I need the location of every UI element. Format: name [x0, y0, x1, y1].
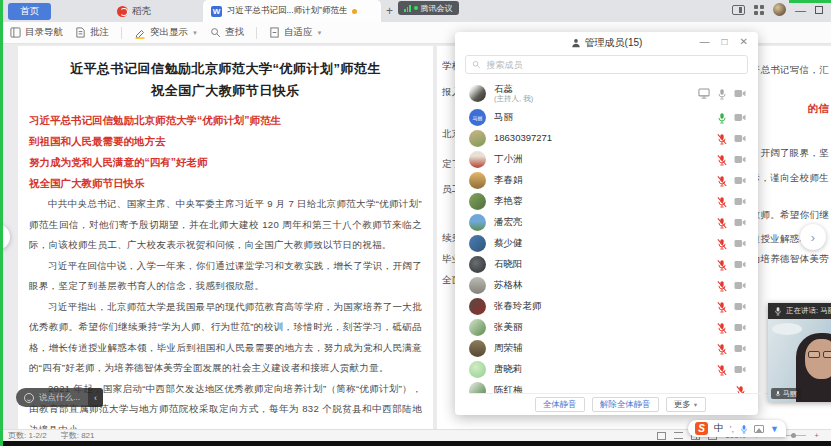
- mic-icon[interactable]: [736, 385, 746, 394]
- panel-minimize-button[interactable]: —: [700, 36, 710, 47]
- member-panel-header[interactable]: 管理成员(15) — □ ✕: [455, 32, 758, 49]
- camera-icon[interactable]: [734, 113, 746, 122]
- account-avatar[interactable]: [773, 3, 786, 16]
- minimize-button[interactable]: —: [795, 5, 806, 15]
- member-row[interactable]: 蔡少健: [455, 233, 758, 254]
- fit-page-icon: [269, 27, 280, 38]
- more-button[interactable]: 更多▼: [666, 397, 706, 412]
- member-row[interactable]: 石蕊 (主持人, 我): [455, 80, 758, 107]
- toc-icon: [10, 27, 21, 38]
- mic-icon[interactable]: [717, 343, 727, 355]
- mic-icon[interactable]: [717, 280, 727, 292]
- skin-icon[interactable]: ▼: [770, 424, 779, 434]
- member-row[interactable]: 丁小洲: [455, 149, 758, 170]
- annotate-button[interactable]: 批注: [75, 26, 109, 39]
- mic-icon[interactable]: [717, 133, 727, 145]
- member-name: 张美丽: [494, 322, 717, 332]
- member-row[interactable]: 苏格林: [455, 275, 758, 296]
- member-row[interactable]: 李艳蓉: [455, 191, 758, 212]
- restore-button[interactable]: [815, 6, 823, 14]
- member-name: 18630397271: [494, 133, 717, 143]
- toc-nav-label: 目录导航: [25, 26, 63, 39]
- camera-icon[interactable]: [734, 344, 746, 353]
- punctuation-mode[interactable]: ’,: [730, 424, 735, 434]
- member-search-input[interactable]: [485, 59, 741, 71]
- camera-icon[interactable]: [734, 176, 746, 185]
- avatar: [469, 193, 486, 210]
- mic-icon[interactable]: [717, 196, 727, 208]
- find-button[interactable]: 查找: [210, 26, 244, 39]
- member-row[interactable]: 唐晓莉: [455, 359, 758, 380]
- apps-grid-icon[interactable]: [754, 5, 764, 15]
- mic-icon[interactable]: [717, 364, 727, 376]
- read-mode-icon[interactable]: [657, 432, 666, 440]
- tab-docer[interactable]: 稻壳: [109, 3, 159, 20]
- tab-home[interactable]: 首页: [8, 3, 51, 20]
- new-tab-button[interactable]: +: [386, 4, 393, 18]
- camera-icon[interactable]: [734, 134, 746, 143]
- panel-maximize-button[interactable]: □: [722, 36, 728, 47]
- sogou-logo-icon[interactable]: S: [695, 422, 708, 435]
- mic-icon[interactable]: [717, 238, 727, 250]
- mute-all-button[interactable]: 全体静音: [535, 397, 585, 412]
- mic-icon[interactable]: [717, 322, 727, 334]
- toc-nav-button[interactable]: 目录导航: [10, 26, 63, 39]
- tab-docer-label: 稻壳: [132, 5, 151, 18]
- member-search-box[interactable]: [465, 55, 748, 74]
- layout-icon[interactable]: [732, 5, 745, 15]
- panel-close-button[interactable]: ✕: [740, 36, 748, 47]
- camera-icon[interactable]: [734, 197, 746, 206]
- zoom-in-button[interactable]: +: [814, 431, 819, 440]
- chevron-down-icon: ▼: [316, 30, 322, 36]
- chevron-down-icon: ▼: [693, 402, 698, 408]
- unmute-all-button[interactable]: 解除全体静音: [592, 397, 659, 412]
- camera-icon[interactable]: [734, 281, 746, 290]
- next-page-button[interactable]: ›: [800, 224, 826, 250]
- camera-icon[interactable]: [734, 323, 746, 332]
- highlight-label: 突出显示: [150, 26, 188, 39]
- member-row[interactable]: 张春玲老师: [455, 296, 758, 317]
- camera-icon[interactable]: [734, 218, 746, 227]
- camera-icon[interactable]: [734, 155, 746, 164]
- member-name: 陈红梅: [494, 385, 736, 393]
- outline-view-icon[interactable]: [674, 432, 683, 439]
- member-row[interactable]: 马丽 马丽: [455, 107, 758, 128]
- member-row[interactable]: 18630397271: [455, 128, 758, 149]
- mic-icon[interactable]: [717, 217, 727, 229]
- camera-icon[interactable]: [734, 365, 746, 374]
- video-widget[interactable]: 正在讲话: 马丽 马丽: [768, 303, 831, 402]
- meeting-status-pill[interactable]: 腾讯会议: [398, 1, 459, 15]
- zoom-slider-handle[interactable]: [791, 433, 796, 438]
- camera-icon[interactable]: [734, 89, 746, 98]
- danmaku-input[interactable]: 说点什么...: [16, 388, 88, 407]
- mic-icon[interactable]: [717, 259, 727, 271]
- signal-icon: [404, 5, 411, 12]
- camera-icon[interactable]: [734, 239, 746, 248]
- wps-tab-bar: 首页 稻壳 W 习近平总书记回...师计划”师范生 + 腾讯会议 —: [0, 0, 831, 22]
- language-mode[interactable]: 中: [714, 422, 724, 435]
- screenshot-icon[interactable]: [754, 425, 764, 433]
- camera-icon[interactable]: [734, 302, 746, 311]
- member-name: 蔡少健: [494, 238, 717, 248]
- mic-icon[interactable]: [717, 154, 727, 166]
- camera-icon[interactable]: [734, 260, 746, 269]
- tab-document[interactable]: W 习近平总书记回...师计划”师范生: [203, 0, 381, 22]
- avatar: [469, 130, 486, 147]
- member-row[interactable]: 张美丽: [455, 317, 758, 338]
- member-row[interactable]: 潘宏亮: [455, 212, 758, 233]
- member-row[interactable]: 李春娟: [455, 170, 758, 191]
- member-row[interactable]: 石晓阳: [455, 254, 758, 275]
- member-row[interactable]: 周荣辅: [455, 338, 758, 359]
- danmaku-collapse-button[interactable]: ‹: [88, 388, 103, 407]
- voice-input-icon[interactable]: [740, 424, 748, 434]
- mic-icon[interactable]: [717, 112, 727, 124]
- highlight-button[interactable]: 突出显示 ▼: [134, 26, 198, 39]
- avatar: [469, 319, 486, 336]
- mic-icon[interactable]: [717, 88, 727, 100]
- member-row[interactable]: 陈红梅: [455, 380, 758, 393]
- ceiling-lamp: [772, 323, 802, 335]
- participant-face: [805, 339, 831, 379]
- mic-icon[interactable]: [717, 301, 727, 313]
- fit-button[interactable]: 自适应 ▼: [269, 26, 322, 39]
- mic-icon[interactable]: [717, 175, 727, 187]
